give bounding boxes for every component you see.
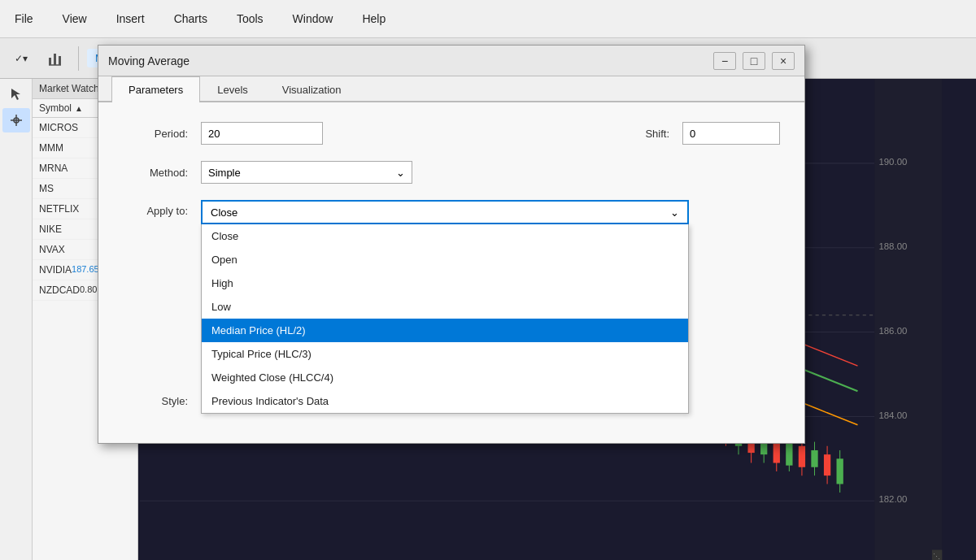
tab-levels[interactable]: Levels [200,76,265,102]
svg-rect-2 [59,56,61,65]
style-label: Style: [123,395,188,407]
apply-label: Apply to: [123,205,188,217]
dropdown-option-close[interactable]: Close [202,224,688,248]
menu-help[interactable]: Help [355,9,392,28]
dropdown-option-open[interactable]: Open [202,248,688,271]
apply-dropdown-trigger[interactable]: Close ⌄ [201,200,689,224]
method-select[interactable]: Simple ⌄ [201,161,412,184]
svg-text:190.00: 190.00 [878,157,907,167]
apply-current-value: Close [211,206,237,219]
toolbar-chart-btn[interactable] [41,45,70,72]
shift-input[interactable] [682,122,780,145]
dialog-tabs: Parameters Levels Visualization [98,76,804,102]
tools-panel [0,79,33,560]
tab-visualization[interactable]: Visualization [265,76,359,102]
period-row: Period: Shift: [123,122,780,145]
apply-row: Apply to: Close ⌄ Close Open High Low Me… [123,200,780,224]
dialog-content: Period: Shift: Method: Simple ⌄ Apply to… [98,102,804,443]
svg-marker-4 [11,89,20,100]
dropdown-option-weighted[interactable]: Weighted Close (HLCC/4) [202,366,688,389]
svg-text:186.00: 186.00 [878,326,907,336]
method-value: Simple [208,167,241,179]
shift-label: Shift: [604,128,669,140]
svg-text:182.00: 182.00 [878,494,907,504]
svg-rect-1 [54,54,56,65]
dialog-title: Moving Average [108,54,190,67]
svg-text:184.00: 184.00 [878,410,907,420]
menu-file[interactable]: File [8,9,40,28]
svg-rect-0 [49,58,51,65]
menu-view[interactable]: View [56,9,94,28]
apply-dropdown-container: Close ⌄ Close Open High Low Median Price… [201,200,689,224]
dropdown-option-median[interactable]: Median Price (HL/2) [202,319,688,342]
method-chevron-icon: ⌄ [396,167,405,179]
dropdown-option-previous[interactable]: Previous Indicator's Data [202,389,688,413]
dialog-minimize-btn[interactable]: − [713,52,736,70]
dialog-titlebar: Moving Average − □ × [98,46,804,76]
tool-cursor[interactable] [2,82,30,106]
dropdown-option-high[interactable]: High [202,271,688,295]
menu-bar: File View Insert Charts Tools Window Hel… [0,0,976,38]
svg-rect-46 [874,79,942,560]
shift-group: Shift: [604,122,780,145]
method-row: Method: Simple ⌄ [123,161,780,184]
dialog-maximize-btn[interactable]: □ [743,52,765,70]
toolbar-divider [78,46,79,71]
period-input[interactable] [201,122,323,145]
tool-crosshair[interactable] [2,108,30,132]
menu-charts[interactable]: Charts [168,9,214,28]
menu-tools[interactable]: Tools [230,9,270,28]
moving-average-dialog[interactable]: Moving Average − □ × Parameters Levels V… [98,45,805,444]
apply-dropdown-list: Close Open High Low Median Price (HL/2) … [201,224,689,414]
dialog-controls: − □ × [713,52,795,70]
toolbar-back-btn[interactable]: ✓▾ [7,45,36,72]
method-label: Method: [123,167,188,179]
svg-text:⋱: ⋱ [933,553,940,560]
apply-chevron-icon: ⌄ [670,206,679,219]
dropdown-option-low[interactable]: Low [202,295,688,319]
dialog-close-btn[interactable]: × [772,52,795,70]
period-label: Period: [123,128,188,140]
dropdown-option-typical[interactable]: Typical Price (HLC/3) [202,342,688,366]
menu-window[interactable]: Window [286,9,340,28]
svg-text:188.00: 188.00 [878,241,907,251]
menu-insert[interactable]: Insert [110,9,151,28]
tab-parameters[interactable]: Parameters [111,76,200,102]
